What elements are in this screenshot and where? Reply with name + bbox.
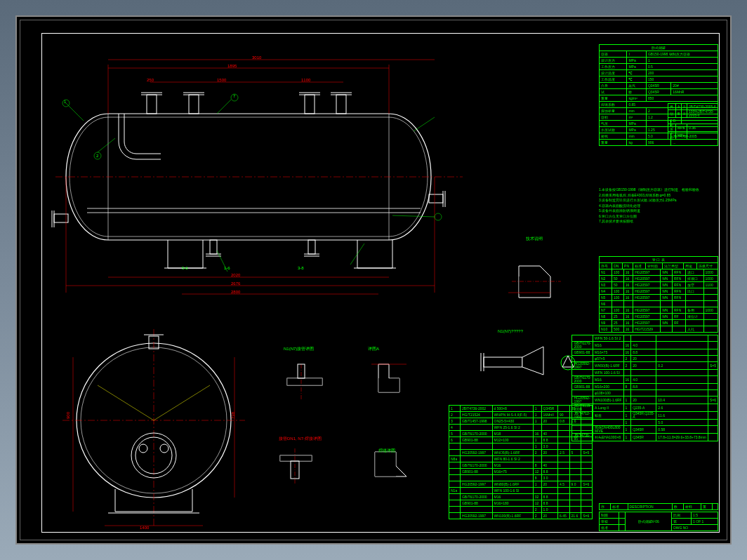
- dim-bot-3: 2800: [231, 290, 240, 294]
- svg-rect-3: [147, 95, 157, 114]
- dim-top-5: 3010: [252, 55, 261, 60]
- detail-a-label: N1(N7)接管详图: [284, 347, 314, 351]
- detail-b-label: 详图A: [368, 347, 379, 351]
- dim-ev1: 900: [66, 412, 70, 419]
- bubble-1: 1: [64, 100, 66, 104]
- label-n3: 3-8: [298, 266, 304, 270]
- svg-rect-75: [280, 455, 312, 461]
- dim-bot-2: 2676: [231, 281, 240, 286]
- dim-top-2: 1500: [217, 78, 226, 82]
- svg-line-43: [98, 138, 115, 152]
- svg-rect-24: [308, 240, 315, 254]
- svg-rect-85: [522, 357, 536, 367]
- svg-rect-69: [287, 378, 322, 385]
- svg-point-58: [139, 444, 147, 453]
- iso-detail-label: 技术说明: [526, 236, 543, 241]
- sec-label: N1(N7)?????: [498, 329, 523, 333]
- sub-bom: WFN 50-1.6 SI 2GB/T6170-2000M16164.0GB90…: [571, 335, 718, 441]
- label-n1: 5-6: [182, 266, 188, 270]
- svg-point-59: [160, 444, 168, 453]
- bubble-7: 7: [233, 94, 235, 98]
- dim-top-1: 1895: [227, 64, 237, 68]
- nozzle-rows: N110016HG20597WNRFN进口1000N25016HG20597WN…: [599, 269, 718, 333]
- svg-rect-18: [429, 194, 443, 203]
- svg-rect-9: [305, 95, 315, 114]
- bom-table: 1JB/T4736-2002d 500×81Q345R282HG/T21524W…: [449, 405, 593, 519]
- dim-top-3: 250: [147, 78, 154, 82]
- svg-rect-78: [375, 452, 396, 476]
- svg-line-45: [217, 100, 231, 114]
- notes-block: 1.本设备按GB150-1998《钢制压力容器》进行制造、检验和验收 2.焊接采…: [599, 187, 717, 225]
- detail-c-label: 接管DN1, N7-焊接详图: [279, 436, 322, 441]
- svg-line-67: [154, 385, 210, 420]
- svg-line-48: [392, 215, 435, 217]
- svg-rect-6: [189, 95, 199, 114]
- desc-header: 序标准DESCRIPTION数材料重: [599, 503, 718, 510]
- detail-d-label: 焊缝详图: [378, 448, 395, 453]
- nozzle-table: 管 口 表 序号DNPN标准密封面法兰类型用途连接尺寸: [599, 256, 718, 269]
- svg-rect-82: [484, 357, 522, 367]
- title-block: 制图卧式储罐V-06比例1:5 审核第1 OF 1 批准DWG NO: [599, 512, 718, 531]
- dim-bot-1: 2020: [231, 273, 240, 277]
- svg-rect-72: [378, 378, 399, 392]
- label-n2: 1-6: [224, 266, 230, 270]
- svg-rect-21: [210, 240, 217, 254]
- svg-line-47: [414, 117, 435, 131]
- dim-top-4: 1100: [301, 78, 310, 82]
- svg-rect-79: [519, 276, 543, 294]
- bubble-2: 2: [96, 154, 98, 158]
- dim-ev2: 738: [231, 412, 235, 419]
- svg-rect-12: [336, 95, 346, 114]
- dim-ev3: 1400: [140, 526, 149, 530]
- svg-line-41: [66, 103, 84, 121]
- svg-point-49: [435, 213, 442, 220]
- spec-ext: 类AIIJB/T4730-2005-II 别BII100%JB/T4730-20…: [668, 103, 718, 140]
- svg-line-66: [98, 385, 154, 420]
